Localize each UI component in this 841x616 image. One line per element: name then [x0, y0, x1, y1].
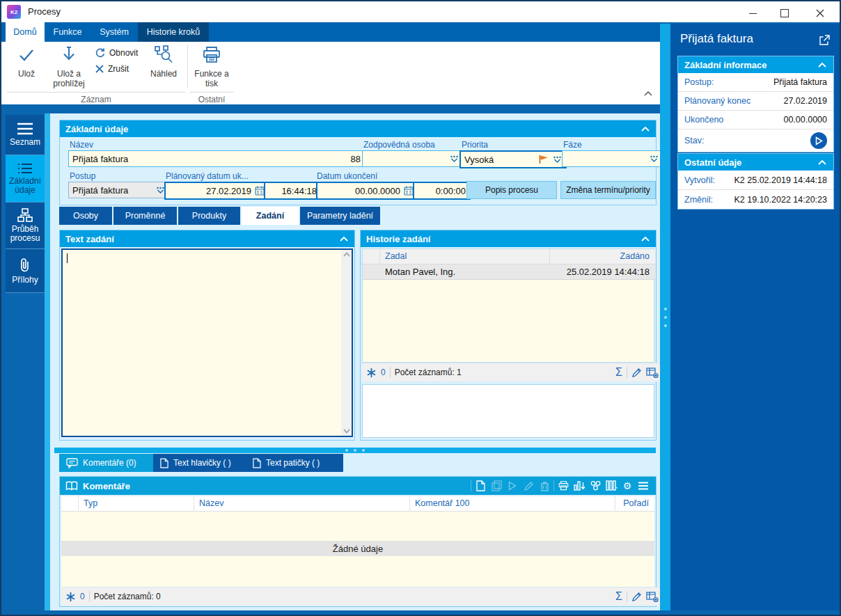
delete-icon[interactable]: [537, 479, 551, 493]
calendar-icon[interactable]: [255, 186, 265, 196]
postup-label: Postup: [70, 171, 95, 181]
tab-parametry-ladeni[interactable]: Parametry ladění: [300, 207, 380, 225]
ribbon-tab-domu[interactable]: Domů: [6, 22, 45, 42]
collapse-chevron-icon[interactable]: [817, 159, 827, 166]
copy-record-icon[interactable]: [489, 479, 503, 493]
preview-button[interactable]: Náhled: [143, 44, 184, 79]
ribbon-tab-historie-kroku[interactable]: Historie kroků: [138, 22, 209, 42]
vertical-scrollbar[interactable]: [341, 250, 352, 436]
collapse-chevron-icon[interactable]: [640, 236, 650, 242]
cancel-button[interactable]: Zrušit: [95, 64, 129, 74]
run-icon[interactable]: [505, 479, 519, 493]
sidebar-item-prilohy[interactable]: Přílohy: [6, 249, 45, 293]
panel-title: Historie zadání: [366, 234, 430, 244]
ukonceni-cas-input[interactable]: 0:00:00: [413, 182, 471, 200]
refresh-button[interactable]: Obnovit: [95, 47, 138, 58]
col-header-zadal[interactable]: Zadal: [385, 251, 407, 261]
col-header-poradi[interactable]: Pořadí: [623, 498, 649, 508]
edit-icon[interactable]: [521, 479, 535, 493]
vertical-splitter[interactable]: [660, 24, 670, 610]
external-link-icon[interactable]: [819, 35, 830, 46]
tab-zadani[interactable]: Zadání: [242, 207, 299, 225]
zmena-terminu-button[interactable]: Změna termínu/priority: [560, 181, 656, 199]
planovany-datum-value: 27.02.2019: [206, 186, 251, 196]
functions-print-button[interactable]: Funkce a tisk: [191, 44, 233, 88]
settings-gear-icon[interactable]: ⚙: [620, 479, 634, 493]
col-header-typ[interactable]: Typ: [84, 498, 97, 508]
tab-promenne[interactable]: Proměnné: [113, 207, 177, 225]
run-process-button[interactable]: [810, 132, 827, 149]
horizontal-splitter[interactable]: [54, 448, 656, 453]
cluster-icon[interactable]: [588, 479, 602, 493]
panel-menu-icon[interactable]: [636, 479, 650, 493]
nazev-input[interactable]: Přijatá faktura 88: [68, 150, 365, 167]
calendar-icon[interactable]: [404, 186, 414, 196]
panel-text-zadani-header: Text zadání: [60, 230, 354, 247]
filter-count: 0: [381, 368, 386, 377]
collapse-ribbon-button[interactable]: [643, 90, 653, 97]
postup-value: Přijatá faktura: [72, 185, 128, 196]
col-header-zadano[interactable]: Zadáno: [620, 251, 650, 261]
sidebar-item-prubeh-procesu[interactable]: Průběh procesu: [6, 203, 45, 249]
tab-text-paticky[interactable]: Text patičky ( ): [246, 454, 343, 472]
historie-table-row[interactable]: Motan Pavel, Ing. 25.02.2019 14:44:18: [363, 264, 655, 280]
card-zakladni-informace: Základní informace Postup: Přijatá faktu…: [677, 56, 834, 152]
new-record-icon[interactable]: [473, 479, 487, 493]
row-value: K2 25.02.2019 14:44:18: [734, 175, 827, 185]
priorita-label: Priorita: [462, 140, 488, 150]
datum-ukonceni-input[interactable]: 00.00.0000: [316, 182, 418, 200]
edit-pencil-icon[interactable]: [631, 368, 642, 378]
tab-produkty[interactable]: Produkty: [178, 207, 240, 225]
collapse-chevron-icon[interactable]: [339, 236, 349, 242]
maximize-icon: [780, 9, 789, 17]
sidebar-item-label: Průběh procesu: [6, 225, 45, 243]
add-record-icon[interactable]: [646, 591, 659, 602]
popis-procesu-button[interactable]: Popis procesu: [466, 181, 557, 199]
historie-table-header: Zadal Zadáno: [363, 249, 655, 264]
zodpovedna-osoba-combo[interactable]: [362, 150, 463, 167]
tab-komentare[interactable]: Komentáře (0): [59, 454, 166, 472]
tab-text-hlavicky[interactable]: Text hlavičky ( ): [153, 454, 258, 472]
close-button[interactable]: [801, 3, 840, 24]
sum-icon[interactable]: Σ: [615, 366, 622, 379]
minimize-button[interactable]: [737, 3, 769, 24]
text-zadani-textarea[interactable]: [61, 248, 353, 437]
sum-icon[interactable]: Σ: [615, 590, 622, 603]
planovany-datum-input[interactable]: 27.02.2019: [164, 182, 269, 200]
scroll-down-icon[interactable]: [343, 429, 350, 434]
filter-asterisk-icon[interactable]: [366, 368, 377, 378]
maximize-button[interactable]: [769, 3, 801, 24]
tab-label: Text patičky ( ): [266, 458, 320, 468]
scroll-up-icon[interactable]: [343, 252, 350, 257]
col-header-komentar[interactable]: Komentář 100: [415, 498, 470, 508]
ribbon-tab-funkce[interactable]: Funkce: [45, 22, 91, 42]
filter-asterisk-icon[interactable]: [65, 592, 76, 602]
card-header: Základní informace: [678, 56, 833, 73]
save-and-view-button[interactable]: Ulož a prohlížej: [47, 44, 91, 88]
nazev-number: 88: [351, 154, 361, 164]
print-icon[interactable]: [556, 479, 570, 493]
right-info-panel: Přijatá faktura Základní informace Postu…: [670, 24, 840, 610]
postup-combo[interactable]: Přijatá faktura: [68, 182, 169, 198]
paperclip-icon: [18, 258, 32, 273]
right-panel-title: Přijatá faktura: [680, 32, 753, 46]
close-icon: [816, 9, 824, 17]
chart-export-icon[interactable]: [572, 479, 586, 493]
sidebar-item-zakladni-udaje[interactable]: Základní údaje: [6, 155, 45, 203]
sidebar-item-seznam[interactable]: Seznam: [6, 115, 45, 155]
add-record-icon[interactable]: [646, 367, 659, 378]
historie-note-box[interactable]: [362, 384, 654, 438]
faze-combo[interactable]: [562, 150, 663, 167]
columns-export-icon[interactable]: [604, 479, 618, 493]
info-row-postup: Postup: Přijatá faktura: [678, 73, 833, 92]
ribbon-tab-system[interactable]: Systém: [91, 22, 138, 42]
tab-osoby[interactable]: Osoby: [59, 207, 112, 225]
planovany-cas-input[interactable]: 16:44:18: [264, 182, 322, 200]
collapse-chevron-icon[interactable]: [817, 62, 827, 68]
priorita-combo[interactable]: Vysoká: [459, 150, 567, 168]
collapse-chevron-icon[interactable]: [640, 126, 650, 132]
edit-pencil-icon[interactable]: [631, 592, 642, 602]
col-header-nazev[interactable]: Název: [199, 498, 223, 508]
save-button[interactable]: Ulož: [8, 44, 45, 79]
titlebar: K2 Procesy: [1, 1, 840, 22]
